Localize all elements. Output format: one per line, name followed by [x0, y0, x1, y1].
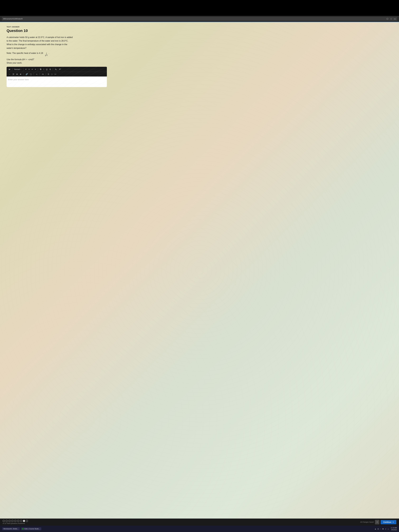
italic-btn[interactable]: I — [43, 68, 45, 71]
back-button[interactable]: < — [375, 520, 379, 524]
time-display: 11:10 AM — [391, 527, 397, 529]
list-btn[interactable]: ☰ — [12, 73, 15, 76]
editor-toolbar-row1: H Normal ⬦ ≡ ≡ ≡ ≡ B I U S X₂ X² — [6, 67, 107, 72]
image-btn[interactable]: ▢ — [29, 73, 32, 76]
align-left-btn[interactable]: ≡ — [25, 68, 27, 71]
subscript-btn[interactable]: X₂ — [54, 68, 57, 71]
sqrt-btn[interactable]: √x — [41, 73, 44, 76]
show-work-line: Show your work. — [6, 62, 393, 64]
separator1 — [12, 68, 13, 71]
dot-6 — [17, 520, 19, 522]
body-line4: water's temperature? — [6, 47, 26, 49]
question-title: Question 10 — [6, 29, 393, 33]
highlight-btn[interactable]: ★ — [19, 73, 22, 76]
body-line1: A calorimeter holds 50 g water at 22.0°C… — [6, 36, 73, 38]
dot-7 — [20, 520, 22, 522]
taskbar-item-wordsworth[interactable]: Wordsworth, Shelle... — [2, 527, 20, 530]
strikethrough-btn[interactable]: S — [49, 68, 51, 71]
align-right-btn[interactable]: ≡ — [31, 68, 33, 71]
heading-button[interactable]: H — [8, 68, 11, 70]
formula-line: Use the formula ΔH = −cmΔT — [6, 58, 393, 61]
question-type-label: TEXT ANSWER — [6, 26, 393, 28]
dot-5 — [14, 520, 16, 522]
omega-btn[interactable]: Ω — [47, 73, 50, 76]
clock: 11:10 AM 5/5/2022 — [391, 527, 397, 531]
question-body: A calorimeter holds 50 g water at 22.0°C… — [6, 36, 99, 50]
bottom-bar: of 10 Total Questions Answered All Chang… — [0, 519, 399, 526]
sidebar-icon[interactable]: ▭ — [394, 18, 396, 20]
arrow-icon: ▲ — [374, 528, 376, 530]
dot-4 — [11, 520, 13, 522]
bold-btn[interactable]: B — [39, 68, 42, 71]
dropdown-arrow: ⬦ — [20, 68, 21, 70]
separator3 — [38, 68, 38, 71]
page-content: TEXT ANSWER Question 10 A calorimeter ho… — [0, 22, 399, 519]
superscript-btn[interactable]: X² — [58, 68, 62, 71]
browser-chrome: 895/variants/431895/take/9/ ⬡ ☆ ▭ — [0, 16, 399, 22]
progress-section: of 10 Total Questions Answered — [3, 520, 28, 524]
top-black-bar — [0, 0, 399, 16]
continue-label: Continue — [383, 521, 391, 523]
font-color-btn[interactable]: A — [16, 73, 18, 76]
taskbar-edio-label: Edio | Course Stude... — [25, 528, 40, 530]
dot-9 — [26, 520, 28, 522]
progress-label: of 10 Total Questions Answered — [3, 522, 28, 524]
taskbar-right: ▲ ◘ ⎓ ■ ♬ ⏚ 11:10 AM 5/5/2022 — [374, 527, 397, 531]
autosave-status: All Changes Saved — [360, 521, 374, 523]
chevron-right-icon: > — [393, 521, 394, 523]
address-bar-text: 895/variants/431895/take/9/ — [3, 18, 23, 20]
taskbar-item-edio[interactable]: Edio | Course Stude... — [21, 527, 41, 530]
clipboard-btn[interactable]: □ — [51, 73, 53, 76]
taskbar-wordsworth-label: Wordsworth, Shelle... — [3, 528, 19, 530]
bottom-right-controls: All Changes Saved < Continue > — [360, 520, 396, 524]
dot-1 — [3, 520, 5, 522]
browser-action-icons: ⬡ ☆ ▭ — [386, 18, 396, 20]
taskbar: Wordsworth, Shelle... Edio | Course Stud… — [0, 526, 399, 532]
link-btn[interactable]: 🔗 — [25, 73, 29, 76]
formula-text: Use the formula ΔH = −cmΔT — [6, 58, 34, 61]
editor-toolbar-row2: ↔ ☰ A ★ 🔗 ▢ ☺ √x Ω □ I✗ — [6, 72, 107, 76]
specific-heat-fraction: J g°C — [45, 52, 48, 56]
volume-icon: ♬ — [385, 528, 386, 530]
battery-icon: ⏚ — [388, 528, 389, 530]
answer-editor[interactable]: Enter your answer here — [6, 76, 107, 87]
align-justify-btn[interactable]: ≡ — [34, 68, 37, 71]
taskbar-left: Wordsworth, Shelle... Edio | Course Stud… — [2, 527, 41, 530]
editor-placeholder: Enter your answer here — [8, 78, 29, 81]
network-icon: ◘ — [378, 528, 379, 530]
star-icon[interactable]: ☆ — [390, 18, 392, 20]
continue-button[interactable]: Continue > — [381, 520, 396, 524]
body-line3: What is the change in enthalpy associate… — [6, 43, 67, 45]
display-icon: ■ — [382, 528, 384, 530]
fraction-numerator: J — [46, 52, 47, 55]
period: . — [49, 52, 49, 54]
address-bar[interactable]: 895/variants/431895/take/9/ ⬡ ☆ ▭ — [2, 17, 397, 21]
bluetooth-icon: ⎓ — [380, 528, 381, 530]
progress-dots — [3, 520, 28, 522]
specific-heat-prefix: Note: The specific heat of water is 4.18 — [6, 52, 43, 54]
clear-format-btn[interactable]: I✗ — [54, 73, 57, 76]
style-dropdown[interactable]: Normal ⬦ — [14, 68, 22, 71]
dot-3 — [8, 520, 11, 522]
fraction-denominator: g°C — [45, 55, 48, 56]
body-line2: to the water. The final temperature of t… — [6, 40, 68, 42]
editor-container: H Normal ⬦ ≡ ≡ ≡ ≡ B I U S X₂ X² ↔ ☰ A ★ — [6, 67, 107, 87]
emoji-btn[interactable]: ☺ — [35, 73, 38, 76]
specific-heat-line: Note: The specific heat of water is 4.18… — [6, 52, 393, 56]
style-label: Normal — [14, 68, 20, 70]
separator4 — [53, 68, 53, 71]
edio-status-dot — [22, 528, 24, 530]
system-tray-icons: ▲ ◘ ⎓ ■ ♬ ⏚ — [374, 528, 389, 530]
share-icon[interactable]: ⬡ — [386, 18, 388, 20]
align-center-btn[interactable]: ≡ — [28, 68, 30, 71]
date-display: 5/5/2022 — [391, 529, 397, 531]
dot-8-filled — [23, 520, 25, 522]
underline-btn[interactable]: U — [45, 68, 48, 71]
list-indent-btn[interactable]: ↔ — [8, 73, 11, 76]
dot-2 — [6, 520, 8, 522]
